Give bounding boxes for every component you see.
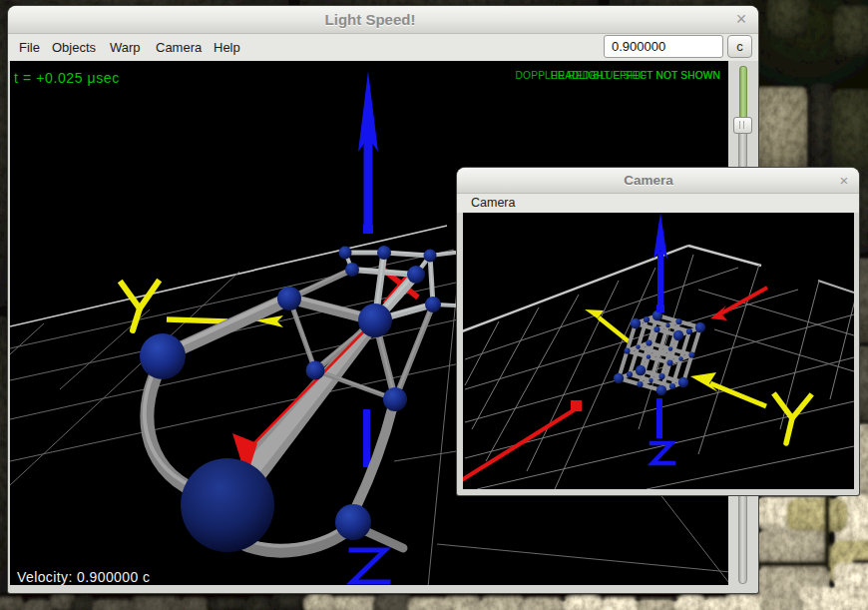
svg-text:HEADLIGHT EFFECT NOT SHOWN: HEADLIGHT EFFECT NOT SHOWN	[551, 70, 720, 81]
svg-text:t = +0.025 μsec: t = +0.025 μsec	[14, 70, 120, 86]
svg-text:Velocity: 0.900000 c: Velocity: 0.900000 c	[17, 569, 150, 585]
